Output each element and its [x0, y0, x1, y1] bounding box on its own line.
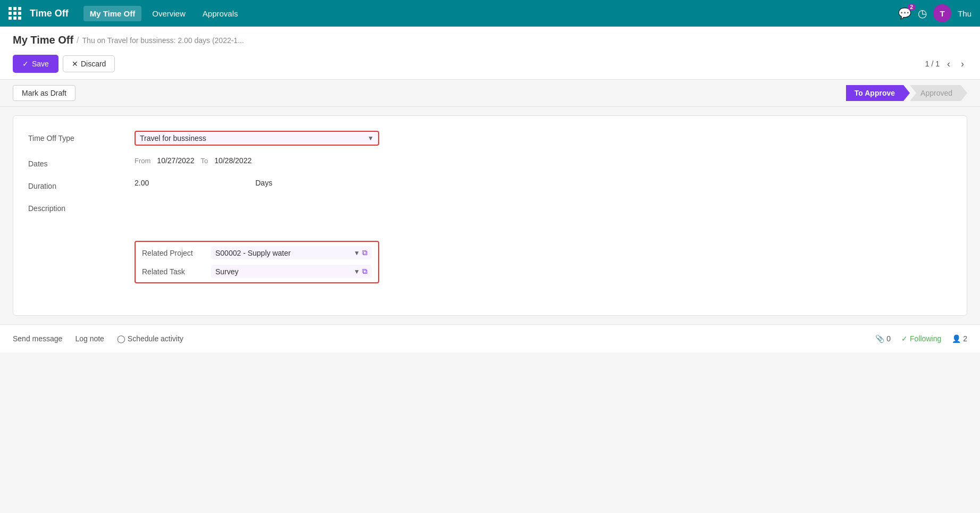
- dates-value: From 10/27/2022 To 10/28/2022: [135, 156, 952, 165]
- related-group-row: Related Project S00002 - Supply water ▼ …: [28, 241, 952, 283]
- members-icon: 👤: [952, 334, 961, 343]
- avatar[interactable]: T: [933, 4, 951, 22]
- duration-row: Duration 2.00 Days: [28, 179, 952, 190]
- attachments-count: 0: [886, 334, 891, 343]
- pagination-prev[interactable]: ‹: [944, 57, 953, 71]
- related-project-icons: ▼ ⧉: [354, 248, 367, 257]
- related-labels-spacer: [28, 241, 135, 244]
- paperclip-icon: 📎: [875, 334, 884, 343]
- related-group: Related Project S00002 - Supply water ▼ …: [135, 241, 379, 283]
- timeofftype-field[interactable]: ▼: [135, 131, 379, 146]
- pagination-next[interactable]: ›: [958, 57, 967, 71]
- form-card: Time Off Type ▼ Dates From 10/27/2022 To…: [13, 115, 967, 316]
- following-check-icon: ✓: [901, 334, 908, 343]
- schedule-activity-button[interactable]: ◯ Schedule activity: [117, 332, 183, 345]
- members-count: 2: [963, 334, 967, 343]
- duration-unit: Days: [255, 179, 272, 187]
- log-note-button[interactable]: Log note: [75, 332, 104, 345]
- related-project-label: Related Project: [142, 249, 211, 257]
- following-label: Following: [910, 334, 941, 343]
- from-date[interactable]: 10/27/2022: [157, 156, 194, 165]
- pagination: 1 / 1 ‹ ›: [925, 57, 967, 71]
- save-button[interactable]: ✓ Save: [13, 55, 58, 73]
- grid-icon[interactable]: [9, 7, 21, 20]
- topnav: Time Off My Time Off Overview Approvals …: [0, 0, 980, 27]
- status-step-approved[interactable]: Approved: [910, 85, 967, 101]
- app-name[interactable]: Time Off: [30, 8, 69, 19]
- attachments-button[interactable]: 📎 0: [875, 334, 891, 343]
- discard-button[interactable]: ✕ Discard: [63, 55, 115, 72]
- mark-as-draft-button[interactable]: Mark as Draft: [13, 85, 76, 101]
- nav-my-time-off[interactable]: My Time Off: [83, 6, 142, 21]
- dates-row: Dates From 10/27/2022 To 10/28/2022: [28, 156, 952, 168]
- status-bar: Mark as Draft To Approve Approved: [0, 79, 980, 107]
- timeofftype-input[interactable]: [140, 134, 367, 142]
- chatter: Send message Log note ◯ Schedule activit…: [0, 324, 980, 352]
- clock-icon[interactable]: ◷: [918, 7, 927, 20]
- save-checkmark-icon: ✓: [22, 60, 29, 68]
- related-project-field[interactable]: S00002 - Supply water ▼ ⧉: [211, 246, 372, 259]
- related-task-label: Related Task: [142, 267, 211, 276]
- timeofftype-dropdown-arrow[interactable]: ▼: [367, 134, 374, 142]
- related-project-dropdown-arrow[interactable]: ▼: [354, 249, 360, 257]
- related-project-value: S00002 - Supply water: [215, 249, 291, 257]
- breadcrumb-separator: /: [77, 36, 79, 45]
- duration-value: 2.00 Days: [135, 179, 952, 187]
- breadcrumb-area: My Time Off / Thu on Travel for bussines…: [0, 27, 980, 49]
- timeofftype-value: ▼: [135, 131, 952, 146]
- related-task-icons: ▼ ⧉: [354, 267, 367, 276]
- breadcrumb: My Time Off / Thu on Travel for bussines…: [13, 34, 967, 46]
- breadcrumb-main[interactable]: My Time Off: [13, 34, 73, 46]
- nav-approvals[interactable]: Approvals: [196, 6, 245, 21]
- related-task-value: Survey: [215, 267, 239, 276]
- timeofftype-row: Time Off Type ▼: [28, 131, 952, 146]
- messages-button[interactable]: 💬 2: [898, 7, 911, 20]
- breadcrumb-sub: Thu on Travel for bussiness: 2.00 days (…: [82, 36, 244, 45]
- related-project-row: Related Project S00002 - Supply water ▼ …: [142, 246, 372, 259]
- duration-number: 2.00: [135, 179, 149, 187]
- related-task-dropdown-arrow[interactable]: ▼: [354, 268, 360, 275]
- nav-overview[interactable]: Overview: [146, 6, 192, 21]
- send-message-button[interactable]: Send message: [13, 332, 62, 345]
- status-pipeline: To Approve Approved: [846, 85, 967, 101]
- duration-label: Duration: [28, 179, 135, 190]
- description-value: [135, 201, 952, 224]
- description-input[interactable]: [135, 201, 379, 222]
- related-group-value: Related Project S00002 - Supply water ▼ …: [135, 241, 952, 283]
- messages-badge: 2: [908, 4, 916, 11]
- related-project-ext-link-icon[interactable]: ⧉: [362, 248, 367, 257]
- toolbar: ✓ Save ✕ Discard 1 / 1 ‹ ›: [0, 49, 980, 79]
- status-step-to-approve[interactable]: To Approve: [846, 85, 910, 101]
- related-task-ext-link-icon[interactable]: ⧉: [362, 267, 367, 276]
- dates-label: Dates: [28, 156, 135, 168]
- related-task-row: Related Task Survey ▼ ⧉: [142, 265, 372, 278]
- schedule-activity-icon: ◯: [117, 334, 128, 343]
- description-label: Description: [28, 201, 135, 213]
- description-row: Description: [28, 201, 952, 224]
- members-button[interactable]: 👤 2: [952, 334, 967, 343]
- following-button[interactable]: ✓ Following: [901, 334, 941, 343]
- to-label: To: [200, 157, 208, 165]
- from-label: From: [135, 157, 150, 165]
- chatter-right: 📎 0 ✓ Following 👤 2: [875, 334, 967, 343]
- related-task-field[interactable]: Survey ▼ ⧉: [211, 265, 372, 278]
- username[interactable]: Thu: [958, 9, 971, 18]
- timeofftype-label: Time Off Type: [28, 131, 135, 142]
- to-date[interactable]: 10/28/2022: [214, 156, 252, 165]
- discard-x-icon: ✕: [72, 60, 78, 68]
- pagination-text: 1 / 1: [925, 60, 940, 68]
